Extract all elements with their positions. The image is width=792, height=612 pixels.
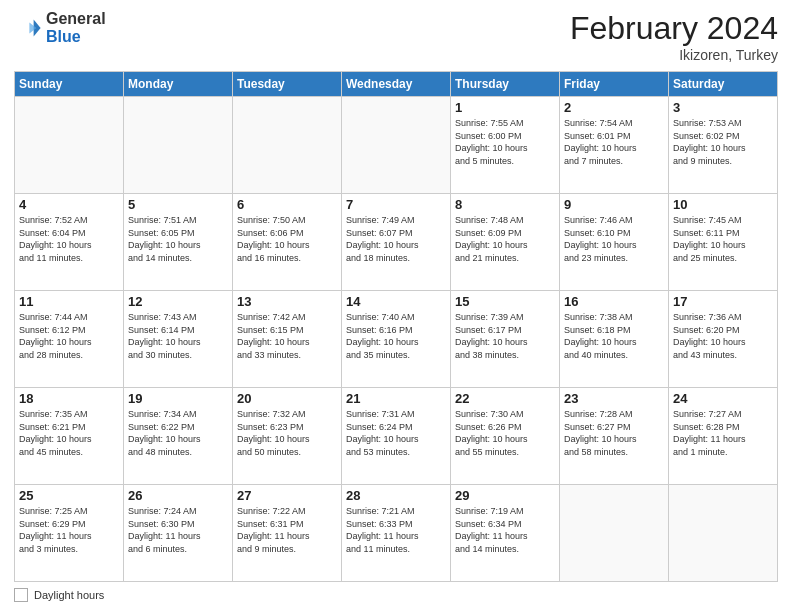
day-info: Sunrise: 7:53 AM Sunset: 6:02 PM Dayligh… — [673, 117, 773, 167]
calendar-week-row: 18Sunrise: 7:35 AM Sunset: 6:21 PM Dayli… — [15, 388, 778, 485]
footer: Daylight hours — [14, 588, 778, 602]
day-info: Sunrise: 7:36 AM Sunset: 6:20 PM Dayligh… — [673, 311, 773, 361]
calendar-day-cell: 6Sunrise: 7:50 AM Sunset: 6:06 PM Daylig… — [233, 194, 342, 291]
day-info: Sunrise: 7:49 AM Sunset: 6:07 PM Dayligh… — [346, 214, 446, 264]
calendar-day-cell: 20Sunrise: 7:32 AM Sunset: 6:23 PM Dayli… — [233, 388, 342, 485]
day-number: 29 — [455, 488, 555, 503]
calendar-day-cell: 16Sunrise: 7:38 AM Sunset: 6:18 PM Dayli… — [560, 291, 669, 388]
day-info: Sunrise: 7:40 AM Sunset: 6:16 PM Dayligh… — [346, 311, 446, 361]
day-info: Sunrise: 7:43 AM Sunset: 6:14 PM Dayligh… — [128, 311, 228, 361]
calendar-day-cell: 5Sunrise: 7:51 AM Sunset: 6:05 PM Daylig… — [124, 194, 233, 291]
day-info: Sunrise: 7:42 AM Sunset: 6:15 PM Dayligh… — [237, 311, 337, 361]
day-info: Sunrise: 7:35 AM Sunset: 6:21 PM Dayligh… — [19, 408, 119, 458]
day-info: Sunrise: 7:44 AM Sunset: 6:12 PM Dayligh… — [19, 311, 119, 361]
calendar-day-cell: 14Sunrise: 7:40 AM Sunset: 6:16 PM Dayli… — [342, 291, 451, 388]
day-number: 6 — [237, 197, 337, 212]
calendar-day-cell: 11Sunrise: 7:44 AM Sunset: 6:12 PM Dayli… — [15, 291, 124, 388]
logo: General Blue — [14, 10, 106, 45]
calendar-week-row: 11Sunrise: 7:44 AM Sunset: 6:12 PM Dayli… — [15, 291, 778, 388]
day-info: Sunrise: 7:24 AM Sunset: 6:30 PM Dayligh… — [128, 505, 228, 555]
day-info: Sunrise: 7:38 AM Sunset: 6:18 PM Dayligh… — [564, 311, 664, 361]
day-number: 3 — [673, 100, 773, 115]
calendar-day-cell: 27Sunrise: 7:22 AM Sunset: 6:31 PM Dayli… — [233, 485, 342, 582]
day-number: 15 — [455, 294, 555, 309]
calendar-day-cell — [15, 97, 124, 194]
day-number: 4 — [19, 197, 119, 212]
day-number: 13 — [237, 294, 337, 309]
calendar-day-cell — [233, 97, 342, 194]
day-info: Sunrise: 7:22 AM Sunset: 6:31 PM Dayligh… — [237, 505, 337, 555]
day-number: 8 — [455, 197, 555, 212]
calendar-day-cell: 18Sunrise: 7:35 AM Sunset: 6:21 PM Dayli… — [15, 388, 124, 485]
location: Ikizoren, Turkey — [570, 47, 778, 63]
daylight-box — [14, 588, 28, 602]
day-info: Sunrise: 7:45 AM Sunset: 6:11 PM Dayligh… — [673, 214, 773, 264]
weekday-header: Monday — [124, 72, 233, 97]
calendar-day-cell: 13Sunrise: 7:42 AM Sunset: 6:15 PM Dayli… — [233, 291, 342, 388]
calendar-day-cell: 15Sunrise: 7:39 AM Sunset: 6:17 PM Dayli… — [451, 291, 560, 388]
calendar-day-cell: 12Sunrise: 7:43 AM Sunset: 6:14 PM Dayli… — [124, 291, 233, 388]
day-number: 10 — [673, 197, 773, 212]
day-info: Sunrise: 7:31 AM Sunset: 6:24 PM Dayligh… — [346, 408, 446, 458]
calendar-week-row: 1Sunrise: 7:55 AM Sunset: 6:00 PM Daylig… — [15, 97, 778, 194]
day-number: 17 — [673, 294, 773, 309]
calendar-day-cell: 24Sunrise: 7:27 AM Sunset: 6:28 PM Dayli… — [669, 388, 778, 485]
title-block: February 2024 Ikizoren, Turkey — [570, 10, 778, 63]
calendar-day-cell: 8Sunrise: 7:48 AM Sunset: 6:09 PM Daylig… — [451, 194, 560, 291]
calendar-day-cell: 4Sunrise: 7:52 AM Sunset: 6:04 PM Daylig… — [15, 194, 124, 291]
calendar-day-cell: 10Sunrise: 7:45 AM Sunset: 6:11 PM Dayli… — [669, 194, 778, 291]
calendar-day-cell: 1Sunrise: 7:55 AM Sunset: 6:00 PM Daylig… — [451, 97, 560, 194]
day-info: Sunrise: 7:30 AM Sunset: 6:26 PM Dayligh… — [455, 408, 555, 458]
day-number: 19 — [128, 391, 228, 406]
weekday-header: Tuesday — [233, 72, 342, 97]
day-number: 9 — [564, 197, 664, 212]
calendar-day-cell: 9Sunrise: 7:46 AM Sunset: 6:10 PM Daylig… — [560, 194, 669, 291]
day-number: 26 — [128, 488, 228, 503]
day-number: 25 — [19, 488, 119, 503]
logo-icon — [14, 14, 42, 42]
day-info: Sunrise: 7:27 AM Sunset: 6:28 PM Dayligh… — [673, 408, 773, 458]
calendar-week-row: 25Sunrise: 7:25 AM Sunset: 6:29 PM Dayli… — [15, 485, 778, 582]
day-number: 7 — [346, 197, 446, 212]
weekday-header: Saturday — [669, 72, 778, 97]
calendar-day-cell: 19Sunrise: 7:34 AM Sunset: 6:22 PM Dayli… — [124, 388, 233, 485]
weekday-header: Friday — [560, 72, 669, 97]
day-info: Sunrise: 7:19 AM Sunset: 6:34 PM Dayligh… — [455, 505, 555, 555]
day-number: 21 — [346, 391, 446, 406]
calendar-table: SundayMondayTuesdayWednesdayThursdayFrid… — [14, 71, 778, 582]
day-info: Sunrise: 7:25 AM Sunset: 6:29 PM Dayligh… — [19, 505, 119, 555]
day-info: Sunrise: 7:21 AM Sunset: 6:33 PM Dayligh… — [346, 505, 446, 555]
day-number: 23 — [564, 391, 664, 406]
calendar-day-cell — [669, 485, 778, 582]
weekday-header: Thursday — [451, 72, 560, 97]
day-info: Sunrise: 7:28 AM Sunset: 6:27 PM Dayligh… — [564, 408, 664, 458]
day-number: 22 — [455, 391, 555, 406]
day-info: Sunrise: 7:46 AM Sunset: 6:10 PM Dayligh… — [564, 214, 664, 264]
day-info: Sunrise: 7:51 AM Sunset: 6:05 PM Dayligh… — [128, 214, 228, 264]
day-number: 12 — [128, 294, 228, 309]
day-info: Sunrise: 7:50 AM Sunset: 6:06 PM Dayligh… — [237, 214, 337, 264]
day-info: Sunrise: 7:55 AM Sunset: 6:00 PM Dayligh… — [455, 117, 555, 167]
day-info: Sunrise: 7:32 AM Sunset: 6:23 PM Dayligh… — [237, 408, 337, 458]
calendar-day-cell: 29Sunrise: 7:19 AM Sunset: 6:34 PM Dayli… — [451, 485, 560, 582]
day-number: 5 — [128, 197, 228, 212]
calendar-day-cell: 17Sunrise: 7:36 AM Sunset: 6:20 PM Dayli… — [669, 291, 778, 388]
day-number: 28 — [346, 488, 446, 503]
calendar-day-cell: 3Sunrise: 7:53 AM Sunset: 6:02 PM Daylig… — [669, 97, 778, 194]
weekday-header: Sunday — [15, 72, 124, 97]
day-number: 27 — [237, 488, 337, 503]
calendar-day-cell: 26Sunrise: 7:24 AM Sunset: 6:30 PM Dayli… — [124, 485, 233, 582]
logo-general-text: General — [46, 10, 106, 28]
calendar-day-cell — [560, 485, 669, 582]
day-info: Sunrise: 7:52 AM Sunset: 6:04 PM Dayligh… — [19, 214, 119, 264]
day-number: 20 — [237, 391, 337, 406]
daylight-label: Daylight hours — [34, 589, 104, 601]
calendar-day-cell: 7Sunrise: 7:49 AM Sunset: 6:07 PM Daylig… — [342, 194, 451, 291]
calendar-header-row: SundayMondayTuesdayWednesdayThursdayFrid… — [15, 72, 778, 97]
calendar-week-row: 4Sunrise: 7:52 AM Sunset: 6:04 PM Daylig… — [15, 194, 778, 291]
calendar-day-cell: 28Sunrise: 7:21 AM Sunset: 6:33 PM Dayli… — [342, 485, 451, 582]
day-info: Sunrise: 7:39 AM Sunset: 6:17 PM Dayligh… — [455, 311, 555, 361]
calendar-day-cell — [342, 97, 451, 194]
calendar-day-cell: 2Sunrise: 7:54 AM Sunset: 6:01 PM Daylig… — [560, 97, 669, 194]
day-number: 18 — [19, 391, 119, 406]
